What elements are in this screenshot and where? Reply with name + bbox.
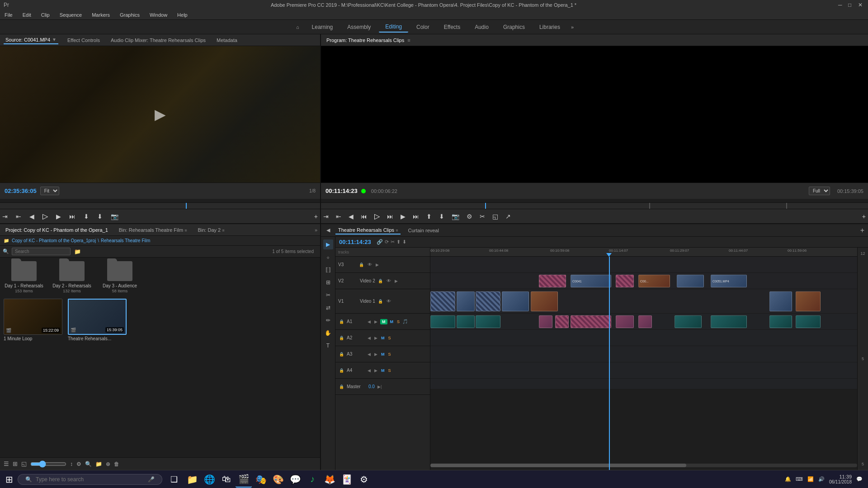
program-fit-select[interactable]: Full <box>809 187 830 195</box>
notifications-center-button[interactable]: 💬 <box>856 476 863 482</box>
timeline-expand-button[interactable]: ⬆ <box>396 239 401 245</box>
source-overwrite-button[interactable]: ⬇ <box>95 212 105 221</box>
tl-clip-a1-6[interactable] <box>571 315 611 328</box>
track-a1-expand-button[interactable]: ◀ <box>367 319 372 324</box>
delete-button[interactable]: 🗑 <box>114 461 119 467</box>
home-icon[interactable]: ⌂ <box>292 23 304 32</box>
find-button[interactable]: 🔍 <box>85 461 92 467</box>
track-row-a2[interactable] <box>430 330 857 346</box>
grid-view-button[interactable]: ⊞ <box>13 460 18 467</box>
tab-audio-clip-mixer[interactable]: Audio Clip Mixer: Theatre Rehearsals Cli… <box>109 37 208 44</box>
taskbar-chrome[interactable]: 🦊 <box>321 471 338 488</box>
track-v2-lock-button[interactable]: 🔒 <box>377 278 384 284</box>
tl-clip-a1-12[interactable] <box>796 315 821 328</box>
nav-assembly[interactable]: Assembly <box>341 22 377 32</box>
nav-audio[interactable]: Audio <box>468 22 495 32</box>
automate-button[interactable]: ⚙ <box>76 461 81 467</box>
icon-size-slider[interactable] <box>30 460 66 468</box>
type-tool[interactable]: T <box>323 341 333 351</box>
tl-clip-v1-3[interactable] <box>476 291 500 311</box>
zoom-in-icon[interactable]: ⊞ <box>323 277 333 287</box>
source-play-out-button[interactable]: ⏭ <box>67 212 78 221</box>
taskbar-spotify[interactable]: ♪ <box>304 471 321 488</box>
tl-clip-a1-11[interactable] <box>769 315 792 328</box>
program-prev-frame-button[interactable]: ◀ <box>346 212 356 221</box>
track-v1-visibility-button[interactable]: 👁 <box>386 298 392 304</box>
breadcrumb-root[interactable]: Copy of KC - Phantom of the Opera_1proj <box>12 238 96 243</box>
track-select-tool[interactable]: ⬦ <box>323 252 333 262</box>
menu-sequence[interactable]: Sequence <box>58 11 84 19</box>
bin-day2-menu-icon[interactable]: ≡ <box>222 228 224 233</box>
razor-tool[interactable]: ✂ <box>323 290 333 300</box>
bin-rehearsals-menu-icon[interactable]: ≡ <box>184 228 187 233</box>
tl-clip-v1-6[interactable] <box>769 291 792 311</box>
track-row-master[interactable] <box>430 379 857 389</box>
program-timeline[interactable] <box>321 202 868 209</box>
tl-clip-v1-5[interactable] <box>531 291 558 311</box>
track-a1-mute-button[interactable]: M <box>389 319 395 324</box>
track-a1-meter-button[interactable]: ▶ <box>373 319 378 324</box>
track-a2-expand-button[interactable]: ◀ <box>367 335 372 341</box>
taskbar-file-explorer[interactable]: 📁 <box>184 471 200 488</box>
program-compare-button[interactable]: ◱ <box>490 212 500 221</box>
tl-clip-v1-7[interactable] <box>796 291 821 311</box>
close-button[interactable]: ✕ <box>858 2 864 8</box>
tl-clip-a1-3[interactable] <box>476 315 500 328</box>
taskbar-search-input[interactable] <box>36 476 144 483</box>
timeline-magnet-button[interactable]: ⟳ <box>385 239 389 245</box>
program-tab-menu-icon[interactable]: ≡ <box>407 38 410 43</box>
nav-color[interactable]: Color <box>410 22 436 32</box>
selection-tool[interactable]: ▶ <box>323 239 333 249</box>
program-goto-in-button[interactable]: ⇥ <box>321 212 331 221</box>
timeline-razor-button[interactable]: ✂ <box>391 239 395 245</box>
track-a3-meter-button[interactable]: ▶ <box>373 352 378 357</box>
tl-clip-a1-10[interactable] <box>711 315 747 328</box>
taskbar-games[interactable]: 🃏 <box>339 471 355 488</box>
timeline-tab-menu-icon[interactable]: ≡ <box>396 228 398 233</box>
taskbar-ae[interactable]: 🎭 <box>253 471 269 488</box>
tl-clip-a1-4[interactable] <box>539 315 552 328</box>
track-v2-visibility-button[interactable]: 👁 <box>386 278 392 284</box>
timeline-scrollbar[interactable] <box>430 464 857 467</box>
clip-1-minute-loop[interactable]: 15:22:09 🎬 1 Minute Loop <box>4 299 62 341</box>
program-lift-button[interactable]: ⬆ <box>424 212 434 221</box>
timeline-scrollbar-thumb[interactable] <box>430 464 686 467</box>
nav-graphics[interactable]: Graphics <box>497 22 531 32</box>
timeline-add-button[interactable]: + <box>860 226 864 235</box>
track-master-lock-button[interactable]: 🔒 <box>338 384 345 389</box>
nav-libraries[interactable]: Libraries <box>533 22 566 32</box>
source-prev-frame-button[interactable]: ◀ <box>27 212 37 221</box>
tab-theatre-rehearsals[interactable]: Theatre Rehearsals Clips ≡ <box>335 226 401 235</box>
folder-day1[interactable]: Day 1 - Rehearsals 153 Items <box>4 261 44 293</box>
menu-markers[interactable]: Markers <box>90 11 112 19</box>
tab-metadata[interactable]: Metadata <box>215 37 239 44</box>
timeline-collapse-button[interactable]: ⬇ <box>402 239 406 245</box>
track-a1-solo-button[interactable]: S <box>396 319 401 324</box>
timeline-clip-area[interactable]: 00:10:29:08 00:10:44:08 00:10:59:08 00:1… <box>430 248 857 470</box>
tl-clip-v2-1[interactable] <box>539 275 566 287</box>
menu-help[interactable]: Help <box>175 11 189 19</box>
track-a4-mute-button[interactable]: M <box>380 368 386 373</box>
tl-clip-a1-1[interactable] <box>430 315 455 328</box>
track-a3-mute-button[interactable]: M <box>380 352 386 357</box>
pen-tool[interactable]: ✏ <box>323 315 333 325</box>
taskbar-discord[interactable]: 💬 <box>287 471 303 488</box>
keyboard-icon[interactable]: ⌨ <box>796 476 803 482</box>
new-folder-button[interactable]: 📁 <box>73 248 82 256</box>
network-icon[interactable]: 📶 <box>807 476 814 482</box>
track-row-v1[interactable] <box>430 289 857 314</box>
track-row-a1[interactable] <box>430 314 857 330</box>
menu-file[interactable]: File <box>3 11 14 19</box>
program-play-button[interactable]: ▷ <box>372 211 382 221</box>
source-play-button[interactable]: ▷ <box>40 211 50 221</box>
menu-window[interactable]: Window <box>148 11 169 19</box>
track-v3-collapse-button[interactable]: ▶ <box>375 262 380 267</box>
track-a1-lock-button[interactable]: 🔒 <box>338 319 345 324</box>
tl-clip-v1-1[interactable] <box>430 291 455 311</box>
program-next-frame-button[interactable]: ▶ <box>398 212 408 221</box>
tab-program[interactable]: Program: Theatre Rehearsals Clips ≡ <box>325 37 412 44</box>
tl-clip-a1-7[interactable] <box>616 315 634 328</box>
tl-clip-a1-8[interactable] <box>638 315 652 328</box>
slip-tool[interactable]: ⇄ <box>323 303 333 313</box>
taskbar-premiere[interactable]: 🎬 <box>236 471 252 488</box>
